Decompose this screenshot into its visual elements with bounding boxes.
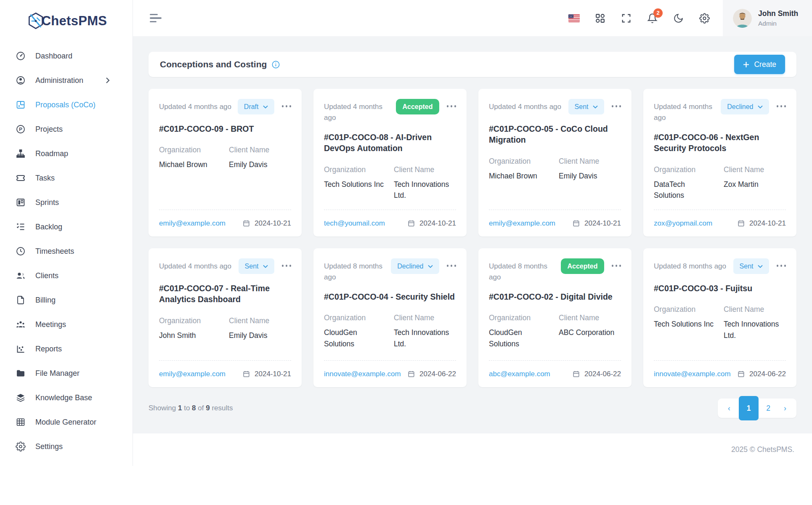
- status-badge[interactable]: Accepted: [561, 258, 604, 274]
- client-name-value: Tech Innovations Ltd.: [724, 319, 786, 341]
- status-badge[interactable]: Accepted: [396, 99, 439, 114]
- sidebar-item-settings[interactable]: Settings: [0, 434, 133, 459]
- sidebar-item-label: Projects: [35, 125, 63, 134]
- settings-button[interactable]: [699, 13, 710, 24]
- sidebar-item-reports[interactable]: Reports: [0, 337, 133, 361]
- organization-label: Organization: [324, 165, 386, 174]
- status-dropdown[interactable]: Sent: [568, 99, 604, 114]
- sidebar-item-clients[interactable]: Clients: [0, 263, 133, 288]
- pagination-prev-button[interactable]: ‹: [721, 399, 738, 418]
- card-date: 2024-10-21: [407, 219, 456, 228]
- client-name-value: Emily Davis: [559, 170, 621, 181]
- client-email-link[interactable]: innovate@example.com: [324, 370, 401, 378]
- pagination-page-2[interactable]: 2: [760, 399, 777, 418]
- sidebar-item-meetings[interactable]: Meetings: [0, 312, 133, 337]
- results-row: Showing 1 to 8 of 9 results ‹ 1 2 ›: [149, 399, 796, 436]
- card-updated-text: Updated 4 months ago: [489, 99, 568, 112]
- gear-icon: [699, 13, 710, 24]
- calendar-icon: [242, 219, 250, 227]
- main-content: Conceptions and Costing Create Updated 4…: [133, 36, 812, 433]
- chart-icon: [16, 344, 26, 354]
- pagination-page-1[interactable]: 1: [739, 396, 759, 420]
- apps-menu-button[interactable]: [594, 13, 606, 24]
- proposal-card: Updated 8 months ago Declined #C01P-COCO…: [313, 248, 467, 387]
- notifications-count-badge: 2: [653, 8, 663, 18]
- status-dropdown[interactable]: Declined: [391, 258, 439, 274]
- organization-value: CloudGen Solutions: [489, 327, 551, 349]
- chevron-down-icon: [758, 105, 763, 109]
- dark-mode-toggle[interactable]: [673, 13, 684, 24]
- sidebar-item-label: Billing: [35, 296, 56, 305]
- status-dropdown[interactable]: Declined: [721, 99, 769, 114]
- user-menu[interactable]: John Smith Admin: [723, 0, 812, 36]
- brand-name: ChetsPMS: [42, 13, 107, 29]
- language-selector[interactable]: [568, 13, 580, 24]
- client-email-link[interactable]: innovate@example.com: [654, 370, 731, 378]
- user-role: Admin: [758, 20, 798, 27]
- create-button[interactable]: Create: [734, 55, 785, 74]
- card-updated-text: Updated 8 months ago: [324, 258, 391, 282]
- sidebar-item-sprints[interactable]: Sprints: [0, 190, 133, 215]
- brand-logo[interactable]: ChetsPMS: [0, 0, 133, 42]
- pagination: ‹ 1 2 ›: [718, 399, 796, 418]
- card-menu-button[interactable]: [777, 265, 786, 267]
- card-date: 2024-10-21: [572, 219, 621, 228]
- sidebar-item-dashboard[interactable]: Dashboard: [0, 44, 133, 68]
- sidebar-item-billing[interactable]: Billing: [0, 288, 133, 312]
- sidebar-item-projects[interactable]: P Projects: [0, 117, 133, 141]
- organization-label: Organization: [654, 305, 716, 314]
- organization-value: DataTech Solutions: [654, 179, 716, 201]
- status-dropdown[interactable]: Sent: [239, 258, 274, 274]
- client-name-label: Client Name: [229, 146, 291, 154]
- card-title: #C01P-COCO-08 - AI-Driven DevOps Automat…: [324, 132, 456, 154]
- sidebar-item-roadmap[interactable]: Roadmap: [0, 141, 133, 166]
- kanban-board-icon: [16, 197, 26, 207]
- apps-grid-icon: [595, 13, 605, 24]
- sidebar-item-module-generator[interactable]: Module Generator: [0, 410, 133, 434]
- brand-hexagon-icon: [26, 11, 46, 31]
- calendar-icon: [572, 219, 580, 227]
- card-menu-button[interactable]: [612, 265, 621, 267]
- gear-icon: [16, 441, 26, 452]
- chevron-down-icon: [263, 105, 268, 109]
- sidebar-item-label: Clients: [35, 271, 58, 280]
- client-email-link[interactable]: zox@yopmail.com: [654, 219, 712, 228]
- page-title-wrap: Conceptions and Costing: [160, 59, 280, 69]
- sidebar-item-file-manager[interactable]: File Manager: [0, 361, 133, 385]
- card-menu-button[interactable]: [282, 105, 292, 107]
- client-email-link[interactable]: emily@example.com: [489, 219, 555, 228]
- sidebar-item-timesheets[interactable]: Timesheets: [0, 239, 133, 263]
- client-name-label: Client Name: [724, 165, 786, 174]
- fullscreen-button[interactable]: [621, 13, 632, 24]
- organization-value: Tech Solutions Inc: [324, 179, 386, 190]
- menu-toggle-icon[interactable]: [150, 14, 162, 23]
- status-dropdown[interactable]: Draft: [238, 99, 274, 114]
- sidebar-item-proposals-coco[interactable]: Proposals (CoCo): [0, 93, 133, 117]
- sidebar-item-backlog[interactable]: Backlog: [0, 215, 133, 239]
- client-email-link[interactable]: abc@example.com: [489, 370, 550, 378]
- organization-value: John Smith: [159, 330, 221, 341]
- pagination-next-button[interactable]: ›: [777, 399, 793, 418]
- sidebar-item-knowledge-base[interactable]: Knowledge Base: [0, 385, 133, 410]
- calendar-icon: [242, 370, 250, 378]
- svg-text:P: P: [19, 127, 22, 132]
- card-menu-button[interactable]: [447, 265, 456, 267]
- page-title-bar: Conceptions and Costing Create: [149, 52, 796, 77]
- projects-icon: P: [16, 124, 26, 134]
- card-menu-button[interactable]: [777, 105, 786, 107]
- sidebar-item-label: Settings: [35, 442, 63, 451]
- status-dropdown[interactable]: Sent: [733, 258, 769, 274]
- sidebar-item-tasks[interactable]: Tasks: [0, 166, 133, 190]
- sidebar-item-administration[interactable]: Administration: [0, 68, 133, 93]
- notifications-button[interactable]: 2: [647, 13, 658, 24]
- card-menu-button[interactable]: [447, 105, 456, 107]
- card-menu-button[interactable]: [282, 265, 292, 267]
- client-email-link[interactable]: emily@example.com: [159, 219, 226, 228]
- card-menu-button[interactable]: [612, 105, 621, 107]
- client-email-link[interactable]: tech@youmail.com: [324, 219, 385, 228]
- page-footer: 2025 © ChetsPMS.: [133, 433, 812, 466]
- client-name-label: Client Name: [394, 165, 456, 174]
- info-icon[interactable]: [271, 60, 280, 69]
- dashboard-icon: [16, 51, 26, 61]
- client-email-link[interactable]: emily@example.com: [159, 370, 226, 378]
